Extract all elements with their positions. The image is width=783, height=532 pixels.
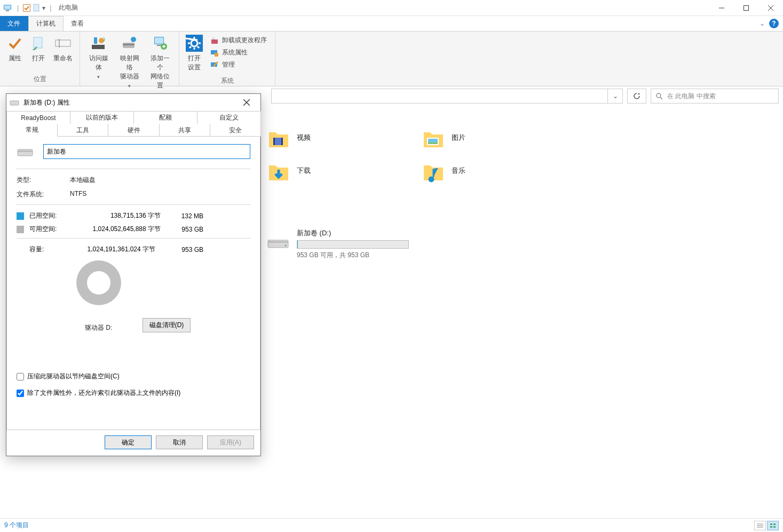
used-swatch <box>17 212 24 220</box>
svg-rect-13 <box>94 37 97 44</box>
collapse-ribbon-icon[interactable]: ⌄ <box>760 20 765 27</box>
tab-tools[interactable]: 工具 <box>57 124 108 137</box>
dialog-tabs: ReadyBoost 以前的版本 配额 自定义 常规 工具 硬件 共享 安全 <box>6 111 260 137</box>
svg-rect-3 <box>23 4 30 11</box>
svg-rect-4 <box>34 4 39 11</box>
uninstall-icon <box>210 36 219 45</box>
map-drive-button[interactable]: 映射网络 驱动器 ▾ <box>114 34 145 90</box>
tab-security[interactable]: 安全 <box>210 124 261 137</box>
folder-videos[interactable]: 视频 <box>267 126 416 149</box>
free-label: 可用空间: <box>29 225 65 234</box>
close-button[interactable] <box>758 0 783 16</box>
used-human: 132 MB <box>166 212 203 220</box>
svg-rect-40 <box>273 138 275 145</box>
rename-icon <box>54 35 72 52</box>
svg-rect-44 <box>428 142 438 144</box>
music-icon <box>422 159 445 182</box>
cap-human: 953 GB <box>155 246 203 253</box>
titlebar: | ▾ | 此电脑 <box>0 0 783 16</box>
drive-usage-bar <box>297 240 409 249</box>
group-label-system: 系统 <box>179 75 275 88</box>
svg-point-17 <box>131 37 136 42</box>
qat-dropdown-icon[interactable]: ▾ <box>42 4 45 12</box>
volume-icon <box>17 145 35 158</box>
svg-rect-41 <box>281 138 283 145</box>
rename-button[interactable]: 重命名 <box>50 34 76 64</box>
uninstall-programs-button[interactable]: 卸载或更改程序 <box>208 35 269 46</box>
tab-sharing[interactable]: 共享 <box>159 124 210 137</box>
tab-readyboost[interactable]: ReadyBoost <box>6 111 70 124</box>
folder-pictures[interactable]: 图片 <box>422 126 571 149</box>
tab-customize[interactable]: 自定义 <box>197 111 261 124</box>
svg-rect-10 <box>56 40 70 46</box>
type-value: 本地磁盘 <box>70 176 96 185</box>
disk-cleanup-button[interactable]: 磁盘清理(D) <box>143 318 191 332</box>
used-label: 已用空间: <box>29 211 65 220</box>
qat-item-icon[interactable] <box>33 4 40 12</box>
cap-bytes: 1,024,191,361,024 字节 <box>65 245 155 254</box>
svg-rect-58 <box>18 149 33 156</box>
tab-hardware[interactable]: 硬件 <box>108 124 159 137</box>
properties-button[interactable]: 属性 <box>3 34 27 64</box>
fs-label: 文件系统: <box>17 190 49 199</box>
access-media-button[interactable]: 访问媒体 ▾ <box>83 34 114 81</box>
compress-checkbox[interactable]: 压缩此驱动器以节约磁盘空间(C) <box>17 372 180 381</box>
address-bar[interactable]: ⌄ <box>271 89 623 104</box>
search-input[interactable]: 在 此电脑 中搜索 <box>651 89 779 104</box>
svg-rect-16 <box>123 44 135 45</box>
svg-rect-46 <box>268 241 288 243</box>
volume-name-input[interactable] <box>43 144 250 159</box>
check-icon[interactable] <box>23 4 30 12</box>
free-human: 953 GB <box>166 226 203 233</box>
address-dropdown-icon[interactable]: ⌄ <box>607 89 622 103</box>
folder-downloads[interactable]: 下载 <box>267 159 416 182</box>
open-button[interactable]: 打开 <box>27 34 50 64</box>
svg-line-29 <box>197 46 199 48</box>
index-checkbox[interactable]: 除了文件属性外，还允许索引此驱动器上文件的内容(I) <box>17 388 180 398</box>
check-large-icon <box>6 35 23 52</box>
tab-computer[interactable]: 计算机 <box>28 16 64 31</box>
search-icon <box>655 92 663 100</box>
drive-icon <box>267 233 290 251</box>
window-title: 此电脑 <box>59 3 78 12</box>
refresh-button[interactable] <box>627 89 646 104</box>
help-icon[interactable]: ? <box>769 19 779 28</box>
sysprops-icon <box>210 49 219 57</box>
minimize-button[interactable] <box>709 0 734 16</box>
fs-value: NTFS <box>70 190 86 199</box>
apply-button[interactable]: 应用(A) <box>207 435 254 449</box>
tab-general[interactable]: 常规 <box>6 124 58 137</box>
manage-icon <box>210 61 219 69</box>
pc-icon <box>3 4 13 12</box>
tab-previous-versions[interactable]: 以前的版本 <box>70 111 134 124</box>
free-swatch <box>17 226 24 233</box>
cancel-button[interactable]: 取消 <box>156 435 203 449</box>
svg-rect-59 <box>18 150 33 152</box>
maximize-button[interactable] <box>734 0 758 16</box>
drive-name: 新加卷 (D:) <box>297 228 409 238</box>
svg-rect-19 <box>155 37 163 44</box>
drive-d[interactable]: 新加卷 (D:) 953 GB 可用，共 953 GB <box>267 228 409 260</box>
tab-file[interactable]: 文件 <box>0 16 28 31</box>
svg-rect-55 <box>10 101 19 105</box>
add-network-location-button[interactable]: 添加一个 网络位置 <box>145 34 176 91</box>
usage-pie <box>76 260 121 305</box>
tab-quota[interactable]: 配额 <box>133 111 197 124</box>
tab-view[interactable]: 查看 <box>64 16 92 31</box>
svg-rect-51 <box>770 523 772 525</box>
type-label: 类型: <box>17 176 49 185</box>
folder-music[interactable]: 音乐 <box>422 159 571 182</box>
view-icons-button[interactable] <box>767 521 779 530</box>
open-settings-button[interactable]: 打开 设置 <box>183 34 206 73</box>
statusbar: 9 个项目 <box>0 518 783 532</box>
view-details-button[interactable] <box>754 521 766 530</box>
gear-icon <box>186 35 203 52</box>
svg-rect-12 <box>92 45 105 49</box>
group-label-location: 位置 <box>0 74 80 86</box>
system-properties-button[interactable]: 系统属性 <box>208 47 269 58</box>
svg-rect-32 <box>211 39 218 44</box>
dialog-close-button[interactable] <box>236 95 257 110</box>
ok-button[interactable]: 确定 <box>105 435 152 449</box>
manage-button[interactable]: 管理 <box>208 59 269 70</box>
svg-rect-1 <box>4 5 11 9</box>
